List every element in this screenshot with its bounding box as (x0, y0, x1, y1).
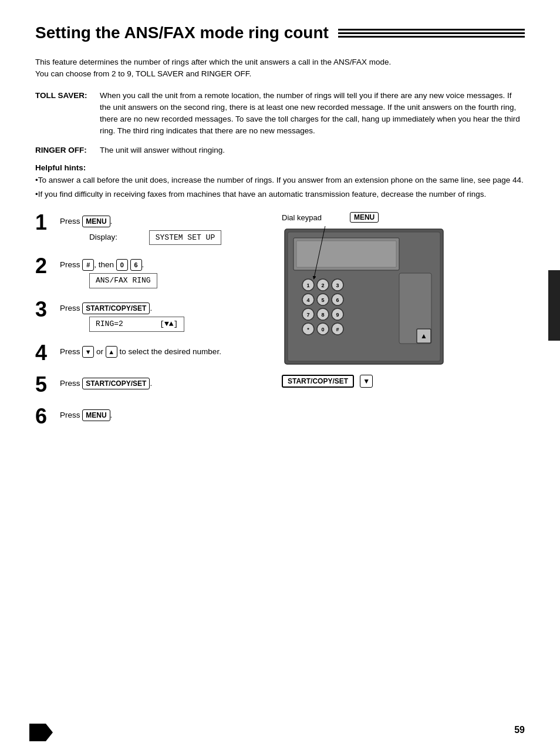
step-1-number: 1 (35, 212, 54, 233)
ringer-off-text: The unit will answer without ringing. (100, 144, 525, 156)
step-6: 6 Press MENU. (35, 406, 258, 427)
start-copy-set-key-5: START/COPY/SET (82, 378, 150, 389)
menu-key-1: MENU (82, 216, 110, 227)
footer-logo (29, 724, 53, 741)
svg-text:9: 9 (336, 312, 339, 318)
step-4-number: 4 (35, 342, 54, 364)
svg-rect-3 (296, 241, 396, 267)
step-2-content: Press #, then 0 6. ANS/FAX RING (60, 256, 258, 288)
start-copy-set-diagram: START/COPY/SET (282, 375, 354, 388)
svg-text:▲: ▲ (420, 332, 427, 340)
svg-text:6: 6 (336, 297, 339, 303)
hint-item-1: •To answer a call before the unit does, … (35, 174, 525, 186)
key-6: 6 (130, 259, 142, 271)
key-0: 0 (116, 259, 128, 271)
hints-title: Helpful hints: (35, 163, 525, 172)
display-box-3: RING=2 [▼▲] (89, 317, 184, 332)
right-tab (548, 270, 560, 341)
title-text: Setting the ANS/FAX mode ring count (35, 23, 329, 42)
device-svg: 1 2 3 4 5 6 7 8 9 (282, 226, 458, 379)
step-6-content: Press MENU. (60, 406, 258, 421)
svg-text:*: * (307, 327, 309, 332)
display-label-1: Display: SYSTEM SET UP (89, 233, 221, 241)
steps-column: 1 Press MENU. Display: SYSTEM SET UP 2 P… (35, 212, 258, 437)
toll-saver-text: When you call the unit from a remote loc… (100, 90, 525, 137)
device-diagram-wrapper: Dial keypad MENU 1 2 3 (282, 212, 470, 400)
display-box-2: ANS/FAX RING (89, 273, 157, 288)
start-copy-set-key-3: START/COPY/SET (82, 302, 150, 314)
step-5-content: Press START/COPY/SET. (60, 374, 258, 389)
down-arrow-key: ▼ (82, 346, 94, 358)
intro-paragraph: This feature determines the number of ri… (35, 56, 525, 80)
intro-line2: You can choose from 2 to 9, TOLL SAVER a… (35, 69, 251, 78)
svg-text:1: 1 (306, 283, 309, 288)
svg-text:3: 3 (336, 283, 339, 288)
menu-box-diagram: MENU (350, 212, 379, 223)
step-5: 5 Press START/COPY/SET. (35, 374, 258, 395)
svg-text:2: 2 (321, 283, 324, 288)
svg-text:8: 8 (321, 312, 324, 318)
page-title: Setting the ANS/FAX mode ring count (35, 23, 525, 42)
step-3-content: Press START/COPY/SET. RING=2 [▼▲] (60, 299, 258, 332)
toll-saver-label: TOLL SAVER: (35, 90, 100, 137)
step-1: 1 Press MENU. Display: SYSTEM SET UP (35, 212, 258, 245)
step-2-number: 2 (35, 256, 54, 277)
down-arrow-diagram: ▼ (360, 375, 373, 388)
menu-label-diag: MENU (350, 212, 379, 223)
svg-text:5: 5 (321, 297, 324, 303)
step-4: 4 Press ▼ or ▲ to select the desired num… (35, 342, 258, 364)
step-2: 2 Press #, then 0 6. ANS/FAX RING (35, 256, 258, 288)
intro-line1: This feature determines the number of ri… (35, 58, 391, 66)
step-3: 3 Press START/COPY/SET. RING=2 [▼▲] (35, 299, 258, 332)
step-1-content: Press MENU. Display: SYSTEM SET UP (60, 212, 258, 245)
diagram-top-labels: Dial keypad MENU (282, 212, 470, 223)
hint-item-2: •If you find difficulty in receiving fax… (35, 189, 525, 200)
svg-text:4: 4 (306, 297, 309, 303)
step-6-number: 6 (35, 406, 54, 427)
diagram-column: Dial keypad MENU 1 2 3 (282, 212, 525, 437)
helpful-hints-section: Helpful hints: •To answer a call before … (35, 163, 525, 201)
svg-text:#: # (336, 327, 339, 332)
display-box-1: SYSTEM SET UP (149, 230, 221, 246)
toll-saver-section: TOLL SAVER: When you call the unit from … (35, 90, 525, 137)
ringer-off-section: RINGER OFF: The unit will answer without… (35, 144, 525, 156)
ringer-off-label: RINGER OFF: (35, 144, 100, 156)
step-4-content: Press ▼ or ▲ to select the desired numbe… (60, 342, 258, 358)
title-decoration (338, 29, 525, 38)
step-5-number: 5 (35, 374, 54, 395)
up-arrow-key: ▲ (106, 346, 117, 358)
steps-diagram-container: 1 Press MENU. Display: SYSTEM SET UP 2 P… (35, 212, 525, 437)
page-number: 59 (514, 725, 525, 735)
menu-key-6: MENU (82, 409, 110, 421)
hash-key: # (82, 259, 94, 271)
dial-keypad-label: Dial keypad (282, 213, 322, 222)
step-3-number: 3 (35, 299, 54, 320)
svg-text:0: 0 (321, 327, 324, 332)
svg-text:7: 7 (306, 312, 309, 318)
